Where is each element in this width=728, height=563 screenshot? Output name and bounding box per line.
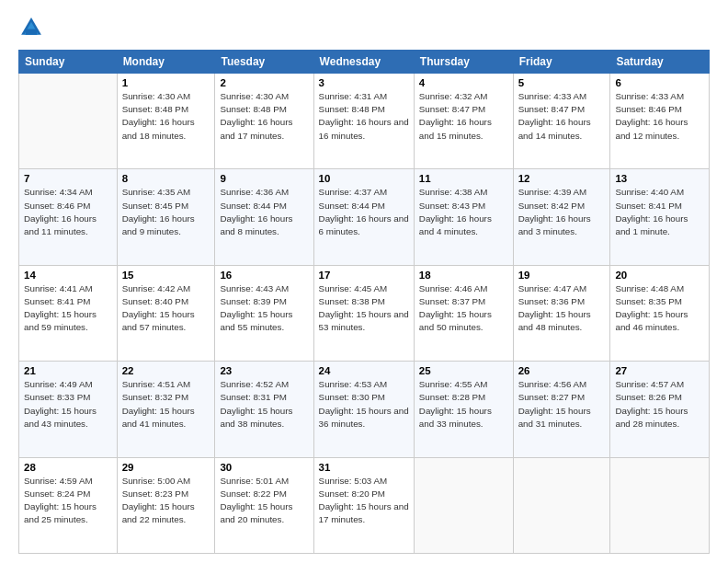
day-number: 13 (615, 173, 704, 184)
day-cell: 28Sunrise: 4:59 AMSunset: 8:24 PMDayligh… (19, 457, 118, 553)
day-info: Sunrise: 4:33 AMSunset: 8:46 PMDaylight:… (615, 90, 704, 143)
day-number: 18 (419, 270, 508, 281)
day-number: 8 (122, 173, 210, 184)
day-cell: 22Sunrise: 4:51 AMSunset: 8:32 PMDayligh… (117, 362, 215, 457)
day-cell: 31Sunrise: 5:03 AMSunset: 8:20 PMDayligh… (313, 457, 414, 553)
day-cell: 29Sunrise: 5:00 AMSunset: 8:23 PMDayligh… (117, 457, 215, 553)
day-number: 25 (419, 365, 508, 376)
day-cell: 23Sunrise: 4:52 AMSunset: 8:31 PMDayligh… (215, 362, 313, 457)
day-info: Sunrise: 4:32 AMSunset: 8:47 PMDaylight:… (419, 90, 508, 143)
weekday-thursday: Thursday (414, 51, 513, 74)
day-number: 24 (319, 365, 409, 376)
day-number: 3 (319, 77, 409, 88)
week-row-4: 21Sunrise: 4:49 AMSunset: 8:33 PMDayligh… (19, 362, 710, 457)
day-cell: 9Sunrise: 4:36 AMSunset: 8:44 PMDaylight… (215, 169, 313, 265)
day-cell: 12Sunrise: 4:39 AMSunset: 8:42 PMDayligh… (513, 169, 610, 265)
logo-icon (18, 15, 44, 40)
day-number: 6 (615, 77, 704, 88)
day-number: 16 (220, 270, 308, 281)
logo (18, 15, 50, 40)
day-info: Sunrise: 4:30 AMSunset: 8:48 PMDaylight:… (220, 90, 308, 143)
calendar-table: SundayMondayTuesdayWednesdayThursdayFrid… (18, 50, 710, 554)
day-cell: 7Sunrise: 4:34 AMSunset: 8:46 PMDaylight… (19, 169, 118, 265)
header (18, 15, 710, 40)
day-cell (513, 457, 610, 553)
day-cell: 27Sunrise: 4:57 AMSunset: 8:26 PMDayligh… (610, 362, 710, 457)
day-info: Sunrise: 4:49 AMSunset: 8:33 PMDaylight:… (24, 378, 112, 431)
day-number: 26 (518, 365, 606, 376)
day-cell: 15Sunrise: 4:42 AMSunset: 8:40 PMDayligh… (117, 265, 215, 361)
day-number: 19 (518, 270, 606, 281)
day-number: 21 (24, 365, 112, 376)
day-cell: 14Sunrise: 4:41 AMSunset: 8:41 PMDayligh… (19, 265, 118, 361)
day-info: Sunrise: 4:43 AMSunset: 8:39 PMDaylight:… (220, 282, 308, 335)
day-number: 22 (122, 365, 210, 376)
day-info: Sunrise: 5:03 AMSunset: 8:20 PMDaylight:… (319, 475, 409, 527)
day-number: 17 (319, 270, 409, 281)
day-info: Sunrise: 4:57 AMSunset: 8:26 PMDaylight:… (615, 378, 704, 431)
day-number: 9 (220, 173, 308, 184)
day-info: Sunrise: 4:38 AMSunset: 8:43 PMDaylight:… (419, 186, 508, 238)
day-info: Sunrise: 4:46 AMSunset: 8:37 PMDaylight:… (419, 282, 508, 335)
day-info: Sunrise: 4:56 AMSunset: 8:27 PMDaylight:… (518, 378, 606, 431)
day-info: Sunrise: 4:37 AMSunset: 8:44 PMDaylight:… (319, 186, 409, 238)
day-info: Sunrise: 4:36 AMSunset: 8:44 PMDaylight:… (220, 186, 308, 238)
day-cell: 10Sunrise: 4:37 AMSunset: 8:44 PMDayligh… (313, 169, 414, 265)
day-info: Sunrise: 4:55 AMSunset: 8:28 PMDaylight:… (419, 378, 508, 431)
day-info: Sunrise: 4:40 AMSunset: 8:41 PMDaylight:… (615, 186, 704, 238)
weekday-sunday: Sunday (19, 51, 118, 74)
day-info: Sunrise: 4:45 AMSunset: 8:38 PMDaylight:… (319, 282, 409, 335)
page: SundayMondayTuesdayWednesdayThursdayFrid… (0, 0, 728, 563)
day-number: 31 (319, 462, 409, 473)
day-number: 20 (615, 270, 704, 281)
day-cell: 1Sunrise: 4:30 AMSunset: 8:48 PMDaylight… (117, 74, 215, 169)
day-number: 28 (24, 462, 112, 473)
day-cell: 11Sunrise: 4:38 AMSunset: 8:43 PMDayligh… (414, 169, 513, 265)
day-cell (414, 457, 513, 553)
day-number: 5 (518, 77, 606, 88)
day-cell: 20Sunrise: 4:48 AMSunset: 8:35 PMDayligh… (610, 265, 710, 361)
day-info: Sunrise: 4:30 AMSunset: 8:48 PMDaylight:… (122, 90, 210, 143)
day-cell: 30Sunrise: 5:01 AMSunset: 8:22 PMDayligh… (215, 457, 313, 553)
day-cell: 6Sunrise: 4:33 AMSunset: 8:46 PMDaylight… (610, 74, 710, 169)
day-cell: 17Sunrise: 4:45 AMSunset: 8:38 PMDayligh… (313, 265, 414, 361)
week-row-3: 14Sunrise: 4:41 AMSunset: 8:41 PMDayligh… (19, 265, 710, 361)
day-info: Sunrise: 4:41 AMSunset: 8:41 PMDaylight:… (24, 282, 112, 335)
day-info: Sunrise: 4:47 AMSunset: 8:36 PMDaylight:… (518, 282, 606, 335)
day-cell: 2Sunrise: 4:30 AMSunset: 8:48 PMDaylight… (215, 74, 313, 169)
day-number: 30 (220, 462, 308, 473)
day-cell: 8Sunrise: 4:35 AMSunset: 8:45 PMDaylight… (117, 169, 215, 265)
day-info: Sunrise: 4:42 AMSunset: 8:40 PMDaylight:… (122, 282, 210, 335)
weekday-saturday: Saturday (610, 51, 710, 74)
week-row-5: 28Sunrise: 4:59 AMSunset: 8:24 PMDayligh… (19, 457, 710, 553)
day-cell: 21Sunrise: 4:49 AMSunset: 8:33 PMDayligh… (19, 362, 118, 457)
day-number: 1 (122, 77, 210, 88)
day-number: 12 (518, 173, 606, 184)
weekday-friday: Friday (513, 51, 610, 74)
svg-rect-2 (26, 29, 37, 35)
day-info: Sunrise: 4:33 AMSunset: 8:47 PMDaylight:… (518, 90, 606, 143)
day-number: 27 (615, 365, 704, 376)
day-cell: 18Sunrise: 4:46 AMSunset: 8:37 PMDayligh… (414, 265, 513, 361)
week-row-1: 1Sunrise: 4:30 AMSunset: 8:48 PMDaylight… (19, 74, 710, 169)
day-number: 7 (24, 173, 112, 184)
day-info: Sunrise: 5:00 AMSunset: 8:23 PMDaylight:… (122, 475, 210, 527)
weekday-wednesday: Wednesday (313, 51, 414, 74)
day-cell: 4Sunrise: 4:32 AMSunset: 8:47 PMDaylight… (414, 74, 513, 169)
day-number: 2 (220, 77, 308, 88)
day-info: Sunrise: 4:51 AMSunset: 8:32 PMDaylight:… (122, 378, 210, 431)
day-number: 23 (220, 365, 308, 376)
day-info: Sunrise: 4:35 AMSunset: 8:45 PMDaylight:… (122, 186, 210, 238)
day-number: 29 (122, 462, 210, 473)
weekday-monday: Monday (117, 51, 215, 74)
day-cell (610, 457, 710, 553)
day-number: 10 (319, 173, 409, 184)
day-cell: 3Sunrise: 4:31 AMSunset: 8:48 PMDaylight… (313, 74, 414, 169)
day-info: Sunrise: 5:01 AMSunset: 8:22 PMDaylight:… (220, 475, 308, 527)
day-cell: 16Sunrise: 4:43 AMSunset: 8:39 PMDayligh… (215, 265, 313, 361)
day-info: Sunrise: 4:34 AMSunset: 8:46 PMDaylight:… (24, 186, 112, 238)
weekday-header-row: SundayMondayTuesdayWednesdayThursdayFrid… (19, 51, 710, 74)
day-cell: 26Sunrise: 4:56 AMSunset: 8:27 PMDayligh… (513, 362, 610, 457)
day-cell: 19Sunrise: 4:47 AMSunset: 8:36 PMDayligh… (513, 265, 610, 361)
day-info: Sunrise: 4:52 AMSunset: 8:31 PMDaylight:… (220, 378, 308, 431)
